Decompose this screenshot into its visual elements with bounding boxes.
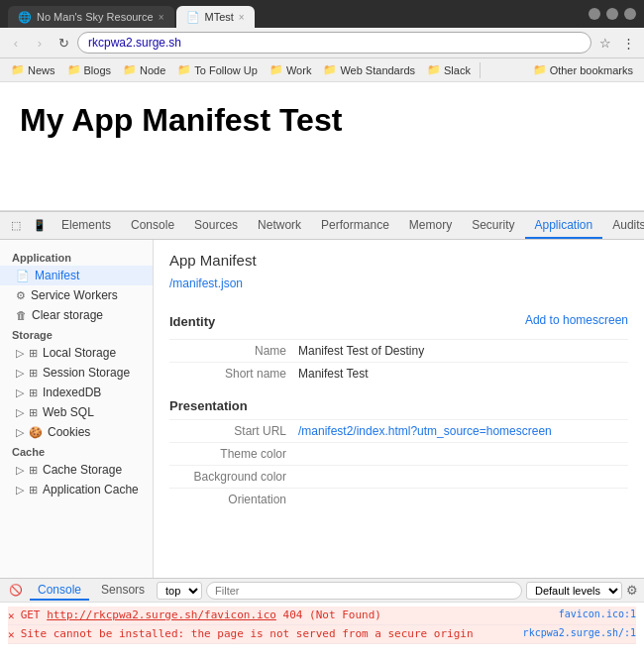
forward-button[interactable]: ›: [30, 33, 50, 53]
identity-title: Identity: [169, 314, 215, 329]
tab-security[interactable]: Security: [462, 212, 524, 239]
sidebar-item-app-cache[interactable]: ▷ ⊞ Application Cache: [0, 480, 153, 499]
tab-console[interactable]: Console: [121, 212, 184, 239]
bookmark-star[interactable]: ☆: [595, 33, 615, 53]
console-tab-sensors[interactable]: Sensors: [93, 581, 153, 601]
tab1-close[interactable]: ×: [159, 12, 164, 23]
tab-network[interactable]: Network: [248, 212, 311, 239]
sidebar-item-local-storage[interactable]: ▷ ⊞ Local Storage: [0, 343, 153, 363]
sidebar-item-session-storage[interactable]: ▷ ⊞ Session Storage: [0, 363, 153, 383]
tab-memory[interactable]: Memory: [399, 212, 462, 239]
field-short-name: Short name Manifest Test: [169, 362, 628, 385]
tab2-close[interactable]: ×: [239, 12, 245, 23]
field-bg-color: Background color: [169, 465, 628, 488]
expand-icon: ▷: [16, 386, 24, 399]
tab-application[interactable]: Application: [525, 212, 603, 239]
window-minimize[interactable]: [589, 8, 600, 20]
devtools-toolbar-left: ⬚ 📱: [6, 216, 50, 236]
expand-icon: ▷: [16, 347, 24, 360]
tab-sources[interactable]: Sources: [184, 212, 248, 239]
console-level-select[interactable]: Default levels: [526, 582, 622, 600]
console-area: 🚫 Console Sensors top Default levels ⚙ ✕…: [0, 578, 644, 662]
sidebar-item-cookies[interactable]: ▷ 🍪 Cookies: [0, 422, 153, 442]
field-start-url-label: Start URL: [169, 424, 298, 438]
field-name: Name Manifest Test of Destiny: [169, 339, 628, 362]
device-toolbar-button[interactable]: 📱: [30, 216, 50, 236]
console-toolbar: 🚫 Console Sensors top Default levels ⚙: [0, 579, 644, 603]
console-filter-input[interactable]: [206, 582, 522, 600]
sidebar-item-web-sql[interactable]: ▷ ⊞ Web SQL: [0, 402, 153, 422]
app-cache-icon: ⊞: [29, 484, 38, 496]
browser-tab-2[interactable]: 📄 MTest ×: [176, 6, 255, 28]
message-location-2[interactable]: rkcpwa2.surge.sh/:1: [523, 627, 636, 638]
more-options[interactable]: ⋮: [618, 33, 638, 53]
tab-audits[interactable]: Audits: [602, 212, 644, 239]
folder-icon: 📁: [533, 63, 547, 76]
expand-icon: ▷: [16, 426, 24, 439]
sidebar-section-application: Application 📄 Manifest ⚙ Service Workers…: [0, 248, 153, 325]
field-start-url-value[interactable]: /manifest2/index.html?utm_source=homescr…: [298, 424, 552, 438]
folder-icon: 📁: [67, 63, 81, 76]
cache-icon: ⊞: [29, 464, 38, 477]
sidebar-section-title-cache: Cache: [0, 442, 153, 460]
app-manifest-section: App Manifest /manifest.json Identity Add…: [169, 252, 628, 510]
sidebar-item-manifest[interactable]: 📄 Manifest: [0, 266, 153, 285]
bookmark-node[interactable]: 📁 Node: [118, 61, 170, 78]
browser-toolbar: ‹ › ↻ ☆ ⋮: [0, 28, 644, 58]
field-name-value: Manifest Test of Destiny: [298, 344, 424, 358]
field-short-name-value: Manifest Test: [298, 367, 368, 381]
bookmark-work[interactable]: 📁 Work: [265, 61, 316, 78]
database-icon: ⊞: [29, 406, 38, 419]
expand-icon: ▷: [16, 484, 24, 496]
manifest-json-link[interactable]: /manifest.json: [169, 276, 628, 290]
message-location-1[interactable]: favicon.ico:1: [559, 608, 636, 619]
identity-header: Identity Add to homescreen: [169, 304, 628, 335]
expand-icon: ▷: [16, 406, 24, 419]
field-orientation-label: Orientation: [169, 493, 298, 506]
console-settings-gear[interactable]: ⚙: [626, 583, 638, 598]
console-message-2: ✕ Site cannot be installed: the page is …: [8, 625, 636, 644]
bookmark-slack[interactable]: 📁 Slack: [422, 61, 476, 78]
address-bar[interactable]: [77, 32, 591, 54]
inspect-element-button[interactable]: ⬚: [6, 216, 26, 236]
database-icon: ⊞: [29, 386, 38, 399]
folder-icon: 📁: [427, 63, 441, 76]
manifest-icon: 📄: [16, 270, 30, 282]
browser-tab-1[interactable]: 🌐 No Man's Sky Resource ×: [8, 6, 174, 28]
bookmark-tofollow[interactable]: 📁 To Follow Up: [172, 61, 263, 78]
window-close[interactable]: [624, 8, 636, 20]
tab-elements[interactable]: Elements: [52, 212, 121, 239]
devtools-panel: ⬚ 📱 Elements Console Sources Network Per…: [0, 211, 644, 578]
tab-performance[interactable]: Performance: [311, 212, 399, 239]
cookies-icon: 🍪: [29, 426, 43, 439]
window-maximize[interactable]: [606, 8, 618, 20]
sidebar-item-service-workers[interactable]: ⚙ Service Workers: [0, 285, 153, 305]
manifest-section-title: App Manifest: [169, 252, 628, 269]
sidebar-item-clear-storage[interactable]: 🗑 Clear storage: [0, 305, 153, 325]
field-short-name-label: Short name: [169, 367, 298, 381]
folder-icon: 📁: [11, 63, 25, 76]
field-name-label: Name: [169, 344, 298, 358]
bookmark-other[interactable]: 📁 Other bookmarks: [528, 61, 638, 78]
refresh-button[interactable]: ↻: [54, 33, 73, 53]
sidebar-item-cache-storage[interactable]: ▷ ⊞ Cache Storage: [0, 460, 153, 480]
devtools-tabs: Elements Console Sources Network Perform…: [52, 212, 644, 239]
sidebar-section-title-application: Application: [0, 248, 153, 266]
devtools-body: Application 📄 Manifest ⚙ Service Workers…: [0, 240, 644, 578]
database-icon: ⊞: [29, 367, 38, 380]
devtools-toolbar: ⬚ 📱 Elements Console Sources Network Per…: [0, 212, 644, 240]
devtools-main: App Manifest /manifest.json Identity Add…: [154, 240, 644, 578]
add-to-homescreen-link[interactable]: Add to homescreen: [525, 313, 628, 327]
console-top-select[interactable]: top: [157, 582, 202, 600]
service-workers-icon: ⚙: [16, 289, 26, 302]
bookmark-news[interactable]: 📁 News: [6, 61, 60, 78]
sidebar-item-indexeddb[interactable]: ▷ ⊞ IndexedDB: [0, 383, 153, 402]
error-icon-1: ✕: [8, 609, 15, 622]
bookmark-blogs[interactable]: 📁 Blogs: [62, 61, 117, 78]
back-button[interactable]: ‹: [6, 33, 26, 53]
console-clear-button[interactable]: 🚫: [6, 581, 26, 601]
bookmark-webstd[interactable]: 📁 Web Standards: [318, 61, 420, 78]
expand-icon: ▷: [16, 367, 24, 380]
console-tab-console[interactable]: Console: [30, 581, 89, 601]
sidebar-section-storage: Storage ▷ ⊞ Local Storage ▷ ⊞ Session St…: [0, 325, 153, 442]
